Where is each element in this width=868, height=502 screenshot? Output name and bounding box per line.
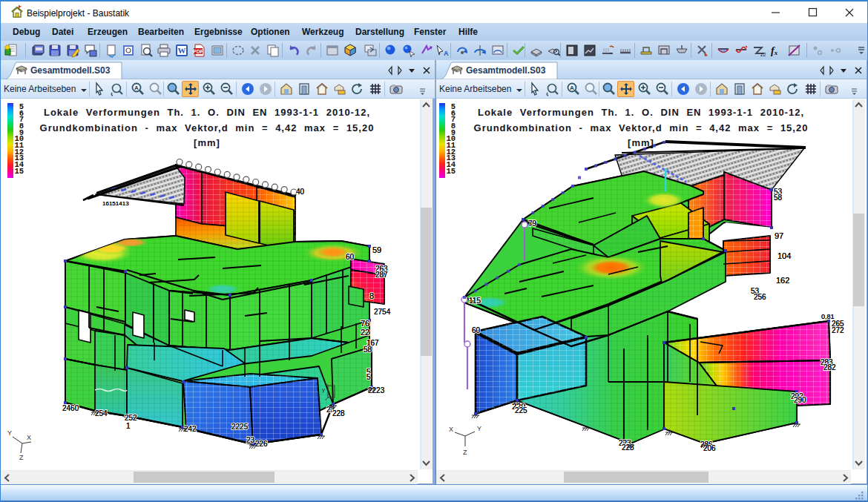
svg-text:115: 115 [469,297,481,305]
svg-text:2754: 2754 [374,308,391,316]
svg-text:59: 59 [372,245,381,254]
svg-text:40: 40 [296,188,305,196]
svg-text:X: X [449,426,453,433]
svg-text:287: 287 [375,271,388,279]
svg-text:X: X [27,434,31,441]
svg-text:PDF: PDF [193,49,204,54]
svg-text:60: 60 [346,253,355,261]
svg-text:5: 5 [366,373,371,381]
svg-text:Z: Z [19,454,24,461]
svg-text:Z: Z [463,449,467,456]
svg-text:58: 58 [774,194,783,202]
svg-text:76: 76 [361,319,369,328]
svg-text:1: 1 [126,422,131,430]
svg-text:fx: fx [771,45,778,56]
svg-text:A: A [570,85,574,91]
svg-text:60: 60 [472,326,481,334]
svg-text:228: 228 [332,409,345,417]
svg-text:Y: Y [7,429,12,437]
svg-text:A: A [444,50,449,57]
svg-text:162: 162 [776,276,789,285]
svg-text:225: 225 [515,406,527,415]
svg-text:256: 256 [754,293,766,301]
svg-text:8: 8 [369,291,374,300]
svg-text:W: W [178,46,186,55]
svg-text:252: 252 [125,414,137,422]
svg-text:97: 97 [775,231,783,240]
svg-text:226: 226 [255,440,268,448]
svg-text:272: 272 [832,326,844,334]
svg-text:23: 23 [246,436,255,444]
svg-text:282: 282 [823,363,836,371]
svg-text:2223: 2223 [368,386,385,394]
svg-text:16151413: 16151413 [102,200,129,207]
svg-text:A: A [134,85,139,91]
svg-text:104: 104 [777,251,791,260]
svg-text:22: 22 [361,328,369,337]
svg-text:79: 79 [528,219,537,228]
svg-text:2460: 2460 [62,404,79,412]
svg-text:y: y [322,386,325,393]
svg-text:Y: Y [477,425,481,432]
svg-text:z2: z2 [760,52,766,57]
svg-text:290: 290 [794,396,806,404]
svg-text:2225: 2225 [231,423,249,431]
svg-text:58: 58 [364,346,372,354]
